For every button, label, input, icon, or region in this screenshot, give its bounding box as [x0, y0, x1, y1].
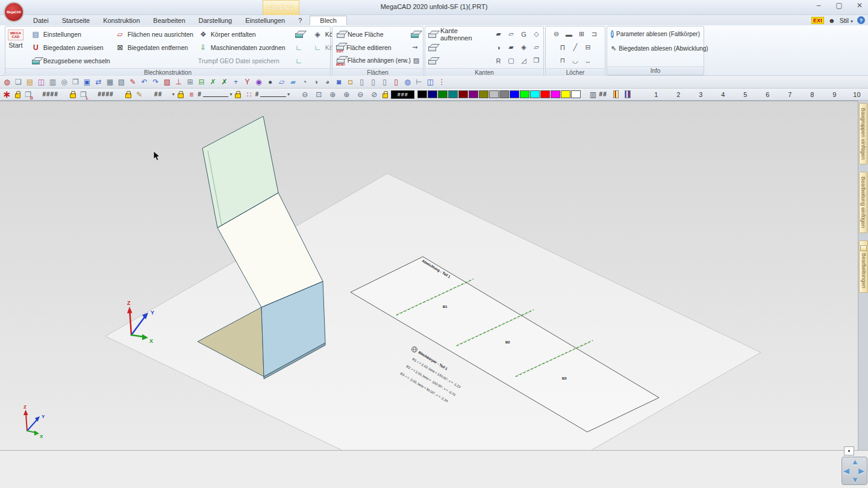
bin-c-icon[interactable]: ▯	[379, 77, 390, 87]
edge-close-icon[interactable]: ▰	[507, 43, 516, 52]
menu-item[interactable]: Konstruktion	[96, 16, 146, 25]
radius-icon[interactable]: R	[494, 56, 503, 66]
display-list-icon[interactable]: ◍	[2, 77, 12, 87]
sheet-box-button[interactable]	[293, 28, 305, 40]
color-swatch[interactable]	[561, 90, 570, 98]
disc-c-icon[interactable]: ◕	[322, 77, 333, 87]
origin-star-icon[interactable]: ∗	[2, 89, 12, 99]
ext-badge[interactable]: EXt	[811, 17, 824, 24]
einstellungen-button[interactable]: ▤Einstellungen	[30, 28, 111, 40]
shade-icon[interactable]: ●	[265, 77, 275, 87]
edge-join-icon[interactable]	[428, 43, 437, 52]
face-plate-icon[interactable]: ▨	[413, 56, 419, 66]
lock-linewidth-icon[interactable]	[178, 93, 184, 98]
menu-item[interactable]: Einstellungen	[239, 16, 292, 25]
lock-linestyle-icon[interactable]	[235, 93, 241, 98]
color-swatch[interactable]	[469, 90, 478, 98]
megacad-logo[interactable]: MegaCAD	[4, 2, 24, 22]
close-button[interactable]: ✕	[855, 1, 864, 10]
scale-number[interactable]: 8	[801, 91, 823, 98]
color-swatch[interactable]	[448, 90, 458, 98]
biegedaten-entfernen-button[interactable]: ⊠Biegedaten entfernen	[114, 41, 195, 54]
layer-123-icon[interactable]: ⋮	[437, 77, 447, 87]
zoom-tool-icon[interactable]: ⊡	[314, 89, 324, 99]
parameter-ablesen-button[interactable]: iParameter ablesen (Faltkörper)	[610, 28, 701, 40]
color-swatch[interactable]	[551, 90, 560, 98]
zoom-tool-icon[interactable]: ⊘	[369, 89, 379, 99]
coordsys-icon[interactable]: ⊥	[173, 77, 184, 87]
color-swatch[interactable]	[530, 90, 540, 98]
color-swatch[interactable]	[571, 90, 581, 98]
face-curve-icon[interactable]: ⇝	[410, 43, 419, 52]
doc-edit-icon[interactable]: ▣	[82, 77, 92, 87]
user-icon[interactable]: ☻	[828, 17, 835, 24]
notch-icon[interactable]: ╱	[571, 43, 580, 52]
edge-round-icon[interactable]: ◑	[494, 43, 503, 52]
zoom-tool-icon[interactable]: ⊕	[328, 89, 338, 99]
pen-value[interactable]: ##	[154, 91, 162, 98]
menu-item[interactable]: Startseite	[55, 16, 96, 25]
color-number-value[interactable]: ##	[599, 91, 607, 98]
color-swatch[interactable]	[417, 90, 427, 98]
scale-number[interactable]: 10	[846, 91, 868, 98]
tab-bearbeitungen[interactable]: Bearbeitungen	[859, 240, 868, 293]
bridge-icon[interactable]: Π	[558, 43, 567, 52]
lock-pen-icon[interactable]	[125, 93, 131, 98]
scale-number[interactable]: 5	[734, 91, 757, 98]
axis-tripod-icon[interactable]: Y	[242, 77, 252, 87]
search-icon[interactable]: ◫	[425, 77, 436, 87]
tab-blech[interactable]: Blech	[310, 16, 347, 25]
pen-icon[interactable]: ✎	[134, 89, 145, 99]
minimize-button[interactable]: –	[814, 1, 823, 10]
bin-a-icon[interactable]: ▯	[357, 77, 367, 87]
opengl-icon[interactable]: ◍	[402, 77, 413, 87]
undo-icon[interactable]: ↶	[139, 77, 149, 87]
flaechen-neu-ausrichten-button[interactable]: ▱Flächen neu ausrichten	[114, 28, 195, 40]
point-style-icon[interactable]: ∷	[244, 89, 254, 99]
pan-navigation-pad[interactable]: ▲ ◀ ▶ ▼	[841, 457, 867, 485]
zoom-tool-icon[interactable]: ⊖	[355, 89, 366, 99]
style-dropdown[interactable]: Stil ▾	[840, 17, 853, 24]
scale-number[interactable]: 3	[690, 91, 712, 98]
move-icon[interactable]: +	[231, 77, 241, 87]
disc-b-icon[interactable]: ◑	[311, 77, 321, 87]
lock-layer-icon[interactable]	[70, 93, 76, 98]
edge-split-icon[interactable]	[428, 30, 437, 39]
tab-bearbeitung-einfuegen[interactable]: Bearbeitung einfügen	[859, 172, 867, 233]
edge-offset-icon[interactable]	[428, 56, 437, 66]
frame-icon[interactable]: ▥	[588, 89, 598, 99]
linestyle-b-dropdown-icon[interactable]: ▾	[287, 92, 290, 97]
measure-angle-icon[interactable]: ✗	[219, 77, 229, 87]
zoom-tool-icon[interactable]: ⊖	[300, 89, 310, 99]
color-swatch[interactable]	[428, 90, 437, 98]
biegedaten-ablesen-button[interactable]: ⇖Biegedaten ablesen (Abwicklung)	[610, 42, 701, 55]
solid-face-icon[interactable]	[410, 30, 419, 39]
pan-right-icon[interactable]: ▶	[858, 467, 864, 475]
menu-item[interactable]: Bearbeiten	[146, 16, 192, 25]
export-icon[interactable]: ▧	[116, 77, 126, 87]
layer-value[interactable]: ####	[98, 91, 113, 98]
channel-icon[interactable]: ⊓	[558, 56, 567, 66]
menu-item[interactable]: ?	[292, 16, 308, 25]
edge-corner-icon[interactable]: ◈	[519, 43, 528, 52]
edge-pair-icon[interactable]: ▱	[507, 30, 516, 39]
slot-hole-icon[interactable]: ⊖	[552, 30, 561, 39]
doc-exchange-icon[interactable]: ⇄	[93, 77, 104, 87]
menu-item[interactable]: Datei	[27, 16, 55, 25]
scale-number[interactable]: 2	[667, 91, 690, 98]
scroll-corner-button[interactable]	[844, 446, 854, 455]
help-icon[interactable]: ?	[857, 16, 865, 24]
bend-l-button[interactable]: ∟	[293, 54, 305, 67]
pen-dropdown-icon[interactable]: ▾	[172, 92, 175, 97]
redo-icon[interactable]: ↷	[151, 77, 161, 87]
zoom-select-icon[interactable]: ⊟	[196, 77, 207, 87]
color-swatch[interactable]	[489, 90, 499, 98]
bezugsebene-wechseln-button[interactable]: Bezugsebene wechseln	[30, 54, 111, 67]
flaeche-anhaengen-button[interactable]: MENUFläche anhängen (erw.) ▨	[335, 54, 420, 67]
import-icon[interactable]: ▦	[105, 77, 115, 87]
unfold-pages-icon[interactable]: ❐	[532, 56, 541, 66]
flaeche-editieren-button[interactable]: EDITFläche editieren ⇝	[335, 41, 420, 54]
render-icon[interactable]: ◉	[254, 77, 264, 87]
round-hole-icon[interactable]: ▬	[564, 30, 573, 39]
linestyle-a-dropdown-icon[interactable]: ▾	[229, 92, 232, 97]
